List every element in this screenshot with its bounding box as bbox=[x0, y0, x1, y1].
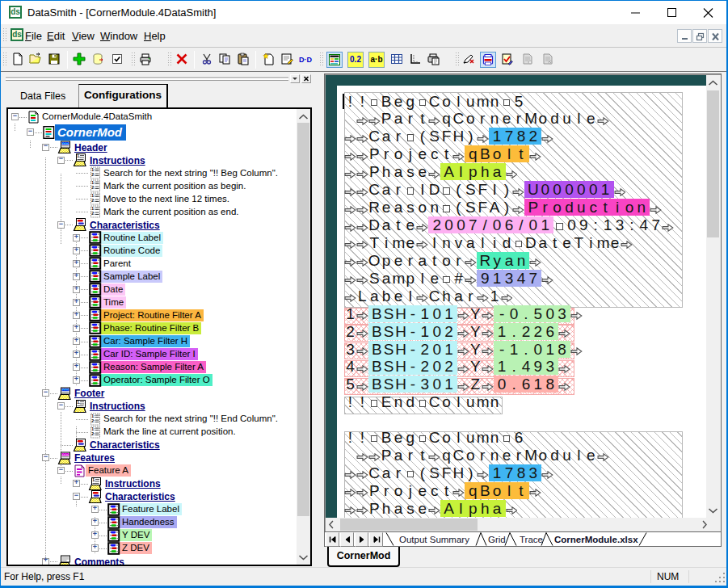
svg-text:Output Summary: Output Summary bbox=[399, 535, 469, 544]
svg-text:CornerModule.xlsx: CornerModule.xlsx bbox=[554, 535, 638, 544]
svg-text:Grid: Grid bbox=[488, 535, 506, 544]
svg-text:Trace: Trace bbox=[520, 535, 543, 544]
